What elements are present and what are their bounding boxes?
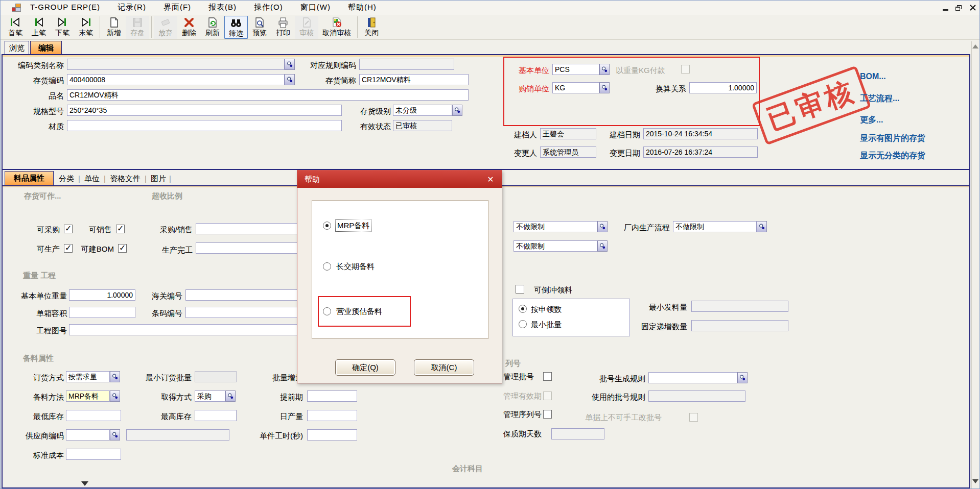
prev-record-button[interactable]: 上笔: [27, 16, 51, 39]
subtab-images[interactable]: 图片: [151, 174, 166, 184]
menu-item-report[interactable]: 报表(B): [208, 3, 237, 12]
batch-rule-field[interactable]: [648, 372, 737, 383]
factory-flow-lookup-button[interactable]: [757, 221, 767, 232]
manage-serial-checkbox[interactable]: [543, 410, 552, 419]
min-issue-qty-field[interactable]: [691, 301, 788, 312]
cancel-button[interactable]: 取消(C): [414, 359, 474, 376]
box-volume-field[interactable]: [69, 307, 135, 318]
base-unit-field[interactable]: PCS: [552, 64, 599, 75]
item-code-field[interactable]: 400400008: [67, 74, 285, 85]
next-record-button[interactable]: 下笔: [51, 16, 74, 39]
scroll-down-button[interactable]: [972, 479, 979, 486]
refresh-button[interactable]: 刷新: [201, 16, 224, 39]
minimize-button[interactable]: [940, 3, 951, 12]
level-field[interactable]: 未分级: [393, 105, 452, 116]
fixed-increment-field[interactable]: [691, 320, 788, 331]
conversion-field[interactable]: 1.00000: [689, 82, 757, 93]
long-leadtime-prep-label[interactable]: 长交期备料: [336, 261, 375, 272]
acquire-mode-lookup-button[interactable]: [225, 390, 236, 402]
production-finish-field[interactable]: [196, 242, 303, 254]
process-flow-link[interactable]: 工艺流程...: [860, 93, 899, 104]
subtab-qualification-files[interactable]: 资格文件: [110, 174, 141, 184]
menu-item-operate[interactable]: 操作(O): [254, 3, 283, 12]
material-field[interactable]: [67, 120, 342, 131]
close-button[interactable]: 关闭: [360, 16, 383, 39]
prep-method-lookup-button[interactable]: [110, 390, 120, 402]
show-items-with-images-link[interactable]: 显示有图片的存货: [860, 133, 925, 144]
show-unclassified-items-link[interactable]: 显示无分类的存货: [860, 151, 925, 161]
restriction-2-lookup-button[interactable]: [597, 240, 608, 252]
subtab-item-attributes[interactable]: 料品属性: [5, 171, 54, 185]
purchase-unit-lookup-button[interactable]: [599, 82, 610, 93]
mrp-prep-label[interactable]: MRP备料: [335, 219, 371, 232]
filter-button[interactable]: 筛选: [224, 16, 248, 39]
code-category-field[interactable]: [67, 59, 285, 70]
help-dialog-close-button[interactable]: ✕: [485, 175, 496, 184]
help-dialog-titlebar[interactable]: 帮助: [297, 170, 502, 188]
order-mode-field[interactable]: 按需求量: [66, 371, 110, 382]
manage-batch-checkbox[interactable]: [543, 372, 552, 381]
menu-item-help[interactable]: 帮助(H): [348, 3, 377, 12]
bom-link[interactable]: BOM...: [860, 72, 886, 81]
item-code-lookup-button[interactable]: [285, 74, 295, 85]
more-link[interactable]: 更多...: [860, 115, 883, 126]
drawing-no-field[interactable]: [69, 324, 303, 335]
preview-button[interactable]: 预览: [248, 16, 271, 39]
menu-item-interface[interactable]: 界面(F): [164, 3, 191, 12]
purchase-unit-field[interactable]: KG: [552, 82, 599, 93]
barcode-field[interactable]: [185, 307, 303, 318]
min-stock-field[interactable]: [66, 410, 121, 421]
menu-item-window[interactable]: 窗口(W): [300, 3, 331, 12]
prep-method-field[interactable]: MRP备料: [66, 390, 110, 402]
base-unit-lookup-button[interactable]: [599, 64, 610, 75]
producible-checkbox[interactable]: [64, 244, 73, 253]
delete-button[interactable]: 删除: [177, 16, 201, 39]
tab-edit[interactable]: 编辑: [30, 41, 62, 55]
purchasable-checkbox[interactable]: [64, 225, 73, 233]
daily-output-field[interactable]: [307, 410, 357, 421]
close-window-button[interactable]: [967, 3, 978, 12]
batch-rule-lookup-button[interactable]: [737, 372, 748, 383]
supplier-code-field[interactable]: [66, 429, 110, 441]
restriction-field-1[interactable]: 不做限制: [514, 221, 597, 232]
factory-flow-field[interactable]: 不做限制: [673, 221, 757, 232]
ok-button[interactable]: 确定(Q): [335, 359, 395, 376]
product-name-field[interactable]: CR12MOV精料: [67, 89, 469, 101]
subtab-category[interactable]: 分类: [59, 174, 74, 184]
backflush-checkbox[interactable]: [516, 285, 524, 294]
level-lookup-button[interactable]: [452, 105, 462, 116]
over-receipt-ps-field[interactable]: [196, 223, 303, 234]
menu-item-app[interactable]: T-GROUP ERP(E): [30, 3, 100, 12]
supplier-code-lookup-button[interactable]: [110, 429, 120, 441]
restriction-field-2[interactable]: 不做限制: [514, 240, 597, 252]
min-batch-radio[interactable]: [519, 320, 527, 328]
shelf-days-field[interactable]: [551, 428, 604, 439]
mrp-prep-radio[interactable]: [323, 222, 331, 230]
unit-hours-field[interactable]: [307, 429, 357, 441]
print-button[interactable]: 打印: [271, 16, 295, 39]
code-category-lookup-button[interactable]: [285, 59, 295, 70]
menu-item-record[interactable]: 记录(R): [118, 3, 146, 12]
subtab-unit[interactable]: 单位: [84, 174, 100, 184]
std-cost-field[interactable]: [66, 449, 121, 460]
order-mode-lookup-button[interactable]: [110, 371, 120, 382]
rule-code-field[interactable]: [359, 59, 454, 70]
scroll-up-button[interactable]: [972, 44, 979, 51]
max-stock-field[interactable]: [195, 410, 237, 421]
base-unit-weight-field[interactable]: 1.00000: [69, 289, 135, 301]
new-button[interactable]: 新增: [102, 16, 126, 39]
tab-browse[interactable]: 浏览: [5, 41, 29, 55]
last-record-button[interactable]: 末笔: [74, 16, 98, 39]
bom-allowed-checkbox[interactable]: [118, 244, 127, 253]
item-abbr-field[interactable]: CR12MOV精料: [359, 74, 469, 85]
cancel-audit-button[interactable]: 取消审核: [318, 16, 355, 39]
restore-button[interactable]: [953, 3, 964, 12]
customs-code-field[interactable]: [185, 289, 303, 301]
spec-field[interactable]: 250*240*35: [67, 105, 342, 116]
by-apply-qty-radio[interactable]: [519, 305, 527, 313]
acquire-mode-field[interactable]: 采购: [195, 390, 225, 402]
restriction-1-lookup-button[interactable]: [597, 221, 608, 232]
lead-time-field[interactable]: [307, 390, 357, 402]
vertical-scrollbar[interactable]: [971, 41, 980, 489]
sellable-checkbox[interactable]: [116, 225, 125, 233]
